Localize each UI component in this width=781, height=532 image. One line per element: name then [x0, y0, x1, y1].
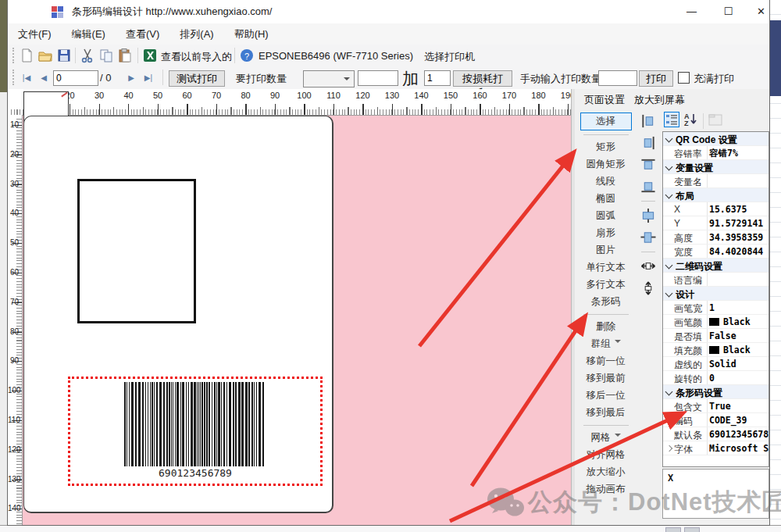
tool-5[interactable]: 线段: [581, 173, 631, 190]
align-bottom-icon[interactable]: [640, 179, 657, 195]
rectangle-element[interactable]: [77, 179, 196, 323]
menu-item-2[interactable]: 编辑(E): [62, 23, 116, 45]
property-row[interactable]: 变量名: [663, 174, 769, 188]
property-row[interactable]: 虚线的Solid: [663, 357, 769, 371]
save-icon[interactable]: [56, 48, 72, 63]
tool-12[interactable]: 条形码: [581, 294, 631, 310]
close-button[interactable]: ✕: [744, 0, 779, 23]
barcode-element-selected[interactable]: 690123456789: [68, 377, 323, 486]
same-height-icon[interactable]: [640, 280, 657, 296]
property-value[interactable]: 容错7%: [709, 148, 769, 159]
add-count-input[interactable]: [424, 70, 451, 86]
categorized-icon[interactable]: [664, 112, 679, 127]
zoom-to-screen-button[interactable]: 放大到屏幕: [634, 93, 685, 107]
tool-4[interactable]: 圆角矩形: [581, 156, 631, 173]
menu-item-3[interactable]: 查看(V): [116, 23, 169, 45]
fill-print-checkbox[interactable]: [678, 72, 690, 84]
tool-22[interactable]: 对齐网格: [581, 447, 631, 463]
paste-icon[interactable]: [117, 48, 133, 63]
property-row[interactable]: 容错率容错7%: [663, 146, 769, 160]
property-category[interactable]: 条形码设置: [663, 385, 769, 399]
print-quantity-combo[interactable]: [303, 70, 355, 87]
tool-23[interactable]: 放大缩小: [581, 464, 631, 480]
next-page-icon[interactable]: ▶: [123, 70, 139, 86]
property-row[interactable]: 填充颜Black: [663, 343, 769, 357]
property-value[interactable]: 1: [709, 302, 769, 313]
property-row[interactable]: 语言编: [663, 273, 769, 287]
property-row[interactable]: 旋转的0: [663, 371, 769, 385]
property-value[interactable]: 69012345678: [709, 429, 769, 440]
property-row[interactable]: 编码CODE_39: [663, 413, 769, 427]
property-category[interactable]: 二维码设置: [663, 259, 769, 273]
menu-item-1[interactable]: 文件(F): [8, 23, 62, 45]
first-page-icon[interactable]: |◀: [19, 70, 34, 86]
property-value[interactable]: False: [709, 330, 769, 341]
property-row[interactable]: 默认条69012345678: [663, 427, 769, 441]
tool-14[interactable]: 删除: [581, 319, 631, 335]
same-width-icon[interactable]: [640, 259, 657, 274]
select-printer-button[interactable]: 选择打印机: [424, 50, 475, 64]
property-value[interactable]: CODE_39: [709, 415, 769, 426]
page-number-input[interactable]: [53, 70, 98, 86]
tool-3[interactable]: 矩形: [581, 139, 631, 155]
align-top-icon[interactable]: [640, 157, 657, 173]
manual-quantity-input[interactable]: [598, 70, 637, 86]
property-row[interactable]: 包含文True: [663, 399, 769, 413]
tool-16[interactable]: 移前一位: [581, 353, 631, 370]
print-button[interactable]: 打印: [639, 70, 673, 87]
property-row[interactable]: 是否填False: [663, 329, 769, 343]
property-value[interactable]: Microsoft S: [709, 443, 769, 454]
property-value[interactable]: True: [709, 401, 769, 412]
align-right-icon[interactable]: [640, 135, 657, 151]
toolbar-grip[interactable]: [12, 48, 16, 63]
loss-print-button[interactable]: 按损耗打印: [453, 70, 512, 87]
copy-icon[interactable]: [98, 48, 114, 63]
property-row[interactable]: 画笔宽1: [663, 301, 769, 315]
menu-item-5[interactable]: 帮助(H): [224, 23, 279, 45]
property-category[interactable]: QR Code 设置: [663, 132, 769, 146]
tool-11[interactable]: 多行文本: [581, 277, 631, 293]
minimize-button[interactable]: —: [674, 0, 709, 23]
tool-9[interactable]: 图片: [581, 242, 631, 259]
property-value[interactable]: 91.5729141: [709, 218, 769, 229]
property-row[interactable]: 高度34.3958359: [663, 230, 769, 245]
center-horizontal-icon[interactable]: [640, 208, 657, 223]
property-row[interactable]: 画笔颜Black: [663, 315, 769, 329]
maximize-button[interactable]: ☐: [711, 0, 746, 23]
property-value[interactable]: Black: [709, 316, 769, 327]
property-value[interactable]: 84.4020844: [709, 246, 769, 257]
test-print-button[interactable]: 测试打印: [169, 70, 225, 87]
tool-21[interactable]: 网格: [581, 430, 631, 446]
alphabetical-sort-icon[interactable]: AZ: [683, 112, 698, 127]
align-left-icon[interactable]: [640, 113, 657, 129]
new-document-icon[interactable]: [19, 48, 34, 63]
tool-17[interactable]: 移到最前: [581, 370, 631, 387]
property-row[interactable]: 字体Microsoft S: [663, 441, 769, 455]
excel-icon[interactable]: [142, 48, 158, 63]
title-bar[interactable]: 条形码编辑设计 http://www.xuhengxiao.com/ — ☐ ✕: [8, 0, 769, 24]
center-vertical-icon[interactable]: [640, 230, 657, 245]
tool-19[interactable]: 移到最后: [581, 405, 631, 421]
property-row[interactable]: 宽度84.4020844: [663, 245, 769, 259]
property-value[interactable]: Black: [709, 345, 769, 355]
open-folder-icon[interactable]: [37, 48, 53, 63]
expander-icon[interactable]: [666, 445, 672, 452]
property-value[interactable]: 0: [709, 373, 769, 384]
property-value[interactable]: 34.3958359: [709, 232, 769, 243]
tool-24[interactable]: 拖动画布: [581, 481, 631, 498]
tool-7[interactable]: 圆弧: [581, 208, 631, 224]
help-icon[interactable]: ?: [239, 48, 255, 63]
tool-8[interactable]: 扇形: [581, 225, 631, 241]
tool-18[interactable]: 移后一位: [581, 387, 631, 404]
tool-1[interactable]: 选择: [580, 112, 632, 130]
tool-15[interactable]: 群组: [581, 336, 631, 352]
menu-item-4[interactable]: 排列(A): [169, 23, 223, 45]
cut-icon[interactable]: [80, 48, 95, 63]
property-row[interactable]: X15.6375: [663, 202, 769, 216]
property-row[interactable]: Y91.5729141: [663, 216, 769, 230]
quantity-input[interactable]: [358, 70, 398, 86]
previous-page-icon[interactable]: ◀: [36, 70, 52, 86]
property-grid[interactable]: QR Code 设置容错率容错7%变量设置变量名布局X15.6375Y91.57…: [662, 131, 769, 467]
tool-10[interactable]: 单行文本: [581, 259, 631, 276]
property-category[interactable]: 变量设置: [663, 160, 769, 174]
